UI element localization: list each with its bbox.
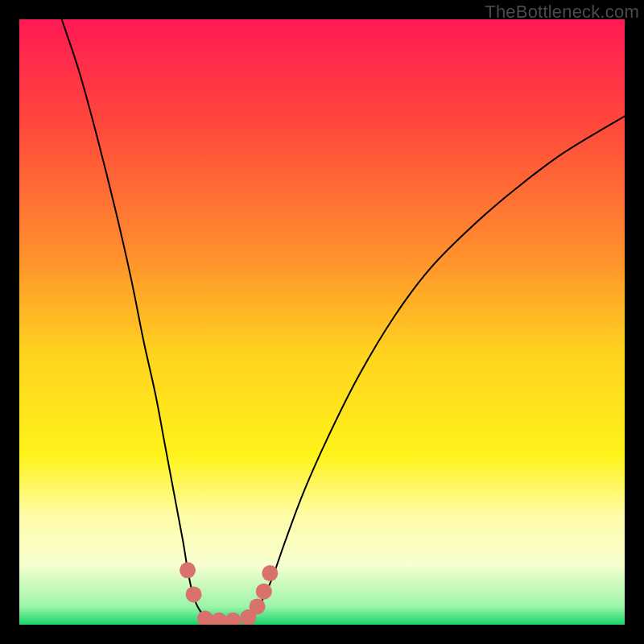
watermark-text: TheBottleneck.com	[485, 2, 639, 23]
chart-plot	[19, 19, 625, 625]
marker-point	[186, 586, 202, 602]
chart-frame	[19, 19, 625, 625]
marker-point	[262, 565, 278, 581]
marker-point	[256, 584, 272, 600]
marker-point	[180, 562, 196, 578]
chart-background	[19, 19, 625, 625]
marker-point	[250, 598, 266, 614]
